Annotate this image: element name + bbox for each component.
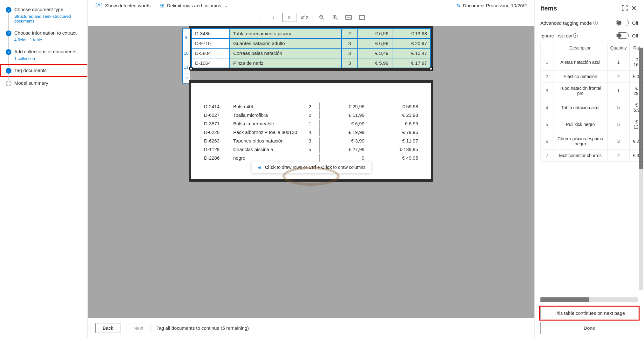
step-title: Choose information to extract (14, 30, 81, 36)
doc-name-label: Document Processing 10/26/2 (463, 3, 527, 8)
wizard-step[interactable]: ✓Choose document typeStructured and semi… (0, 3, 87, 27)
delimit-label: Delimit rows and columns (167, 3, 221, 8)
row-number-badge[interactable]: 9 (182, 28, 190, 46)
resize-handle-se[interactable] (430, 67, 433, 70)
table-row[interactable]: D-5804Correas palas natación3€ 3,49€ 10,… (192, 48, 430, 58)
show-words-label: Show detected words (105, 3, 151, 8)
column-header[interactable] (541, 42, 553, 54)
fit-width-button[interactable] (344, 13, 353, 22)
table-row: D-3871Bolsa impermeable1€ 6,99€ 6,99 (201, 120, 421, 128)
wizard-step[interactable]: ✓Add collections of documents1 collectio… (0, 45, 87, 64)
page-toolbar: ↑ ↓ of 2 (88, 11, 534, 26)
footer-message: Tag all documents to continue (5 remaini… (156, 325, 249, 331)
delimit-rows-columns-button[interactable]: ⊞ Delimit rows and columns ⌄ (160, 3, 228, 9)
info-icon[interactable]: i (593, 21, 598, 25)
step-subtitle: 4 fields, 1 table (14, 37, 81, 42)
table-row: D-6220Pack albornoz + toalla 80x1304€ 19… (201, 128, 421, 136)
resize-handle-sw[interactable] (189, 67, 193, 70)
step-title: Add collections of documents (14, 49, 81, 55)
table-icon: ⊞ (257, 165, 261, 170)
wizard-step[interactable]: Model summary (0, 77, 87, 89)
svg-rect-9 (359, 16, 364, 19)
zoom-in-button[interactable] (331, 13, 340, 22)
svg-line-4 (336, 18, 337, 20)
next-button: Next (126, 323, 151, 333)
items-row[interactable]: 1Aletas natación azul1€ 16, (541, 54, 644, 71)
table-row: D-1129Chanclas piscina a5€ 27,99€ 139,95 (201, 145, 421, 153)
items-table[interactable]: DescriptionQuantityRat1Aletas natación a… (540, 42, 644, 162)
page-up-button[interactable]: ↑ (256, 13, 265, 22)
tagged-table[interactable]: D-3486Tabla entrenamiento piscina2€ 6,99… (191, 28, 431, 68)
step-title: Choose document type (14, 6, 81, 13)
table-row: D-6027Toalla microfibra2€ 11,99€ 23,98 (201, 111, 421, 119)
advanced-mode-label: Advanced tagging mode (540, 20, 592, 26)
column-header[interactable]: Description (553, 42, 608, 54)
document-page-1-bottom: 9101112 D-3486Tabla entrenamiento piscin… (189, 26, 433, 71)
page-of-label: of 2 (301, 15, 308, 20)
zoom-out-button[interactable] (317, 13, 326, 22)
close-icon[interactable]: ✕ (629, 4, 638, 13)
text-icon: ⁅A⁆ (95, 3, 103, 9)
vertical-scrollbar[interactable] (639, 48, 643, 290)
table-row: D-2414Bolsa 40L2€ 29,99€ 59,98 (201, 103, 421, 110)
advanced-mode-toggle[interactable] (616, 20, 629, 26)
pencil-icon: ✎ (456, 3, 460, 9)
page-down-button[interactable]: ↓ (269, 13, 278, 22)
step-dot (6, 81, 11, 86)
adv-off-label: Off (632, 20, 638, 26)
info-icon[interactable]: i (573, 33, 578, 38)
ignore-first-row-toggle[interactable] (616, 32, 629, 39)
document-name[interactable]: ✎ Document Processing 10/26/2 (456, 3, 527, 9)
document-page-2: D-2414Bolsa 40L2€ 29,99€ 59,98D-6027Toal… (189, 80, 433, 182)
table-icon: ⊞ (160, 3, 164, 9)
back-button[interactable]: Back (95, 323, 120, 333)
items-row[interactable]: 3Tubo natación frontal pro1€ 29, (541, 83, 644, 99)
panel-title: Items (540, 5, 557, 12)
tip-click: Click (265, 165, 275, 170)
items-row[interactable]: 2Elástico natación2€ 0, (541, 71, 644, 83)
wizard-step[interactable]: ✓Choose information to extract4 fields, … (0, 27, 87, 45)
table-row: D-2286negro9€ 49,95 (201, 154, 421, 162)
table-continues-button[interactable]: This table continues on next page (540, 307, 638, 319)
row-number-badge[interactable]: 10 (182, 46, 190, 60)
wizard-footer: Back Next Tag all documents to continue … (88, 318, 534, 338)
done-button[interactable]: Done (540, 322, 638, 334)
items-row[interactable]: 4Tabla natación azul5€ 6,9 (541, 99, 644, 116)
ignore-off-label: Off (632, 33, 638, 38)
untagged-table: D-2414Bolsa 40L2€ 29,99€ 59,98D-6027Toal… (201, 102, 421, 162)
chevron-down-icon: ⌄ (224, 3, 228, 9)
wizard-sidebar: ✓Choose document typeStructured and semi… (0, 0, 87, 338)
canvas[interactable]: 9101112 D-3486Tabla entrenamiento piscin… (88, 26, 534, 318)
ignore-first-row-label: Ignore first row (540, 33, 572, 38)
expand-icon[interactable]: ⛶ (620, 4, 629, 13)
check-icon: ✓ (6, 7, 11, 13)
document-area: ⁅A⁆ Show detected words ⊞ Delimit rows a… (87, 0, 534, 338)
horizontal-scrollbar[interactable] (540, 297, 638, 302)
row-number-badge[interactable]: 11 (182, 60, 190, 74)
wizard-step[interactable]: Tag documents (0, 64, 87, 77)
page-number-input[interactable] (282, 13, 296, 22)
step-dot (6, 68, 11, 74)
items-row[interactable]: 6Churro piscina espuma negro3€ 2, (541, 133, 644, 150)
fit-page-button[interactable] (357, 13, 366, 22)
items-row[interactable]: 7Multiconector churros2€ 3, (541, 150, 644, 162)
step-subtitle: 1 collection (14, 56, 81, 61)
top-toolbar: ⁅A⁆ Show detected words ⊞ Delimit rows a… (88, 0, 534, 11)
column-header[interactable]: Quantity (607, 42, 629, 54)
check-icon: ✓ (6, 30, 11, 36)
coffee-stain (282, 167, 340, 186)
table-row[interactable]: D-3486Tabla entrenamiento piscina2€ 6,99… (192, 29, 430, 38)
step-title: Model summary (14, 80, 81, 86)
items-row[interactable]: 5Pull kick negro5€ 12, (541, 116, 644, 133)
table-row[interactable]: D-9710Guantes natación adulto3€ 6,99€ 20… (192, 38, 430, 48)
svg-line-1 (322, 18, 324, 20)
items-table-wrap: DescriptionQuantityRat1Aletas natación a… (535, 42, 644, 296)
show-detected-words-button[interactable]: ⁅A⁆ Show detected words (95, 3, 151, 9)
step-subtitle: Structured and semi-structured documents (14, 14, 81, 23)
check-icon: ✓ (6, 49, 11, 55)
items-panel: Items ⛶ ✕ Advanced tagging mode i Off Ig… (534, 0, 644, 338)
step-title: Tag documents (14, 67, 81, 74)
table-row[interactable]: D-1064Pinza de nariz3€ 5,99€ 17,97 (192, 58, 430, 68)
table-row: D-6263Tapones oídos natación3€ 3,99€ 11,… (201, 137, 421, 145)
